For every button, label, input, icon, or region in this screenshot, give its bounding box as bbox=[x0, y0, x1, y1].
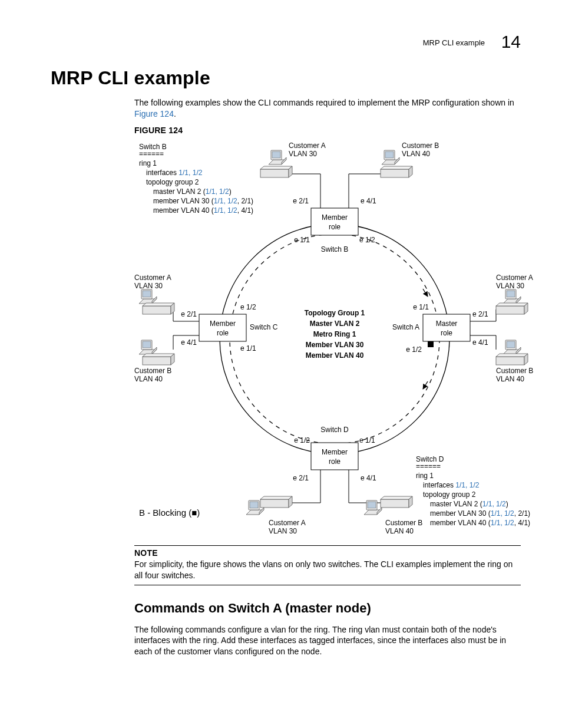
right-switch: Switch A bbox=[392, 323, 419, 331]
computer-icon bbox=[382, 150, 399, 164]
bot-e21: e 2/1 bbox=[293, 474, 309, 482]
center-l2: Master VLAN 2 bbox=[310, 319, 360, 328]
bot-e11: e 1/1 bbox=[359, 436, 375, 444]
left-e11: e 1/1 bbox=[240, 344, 256, 353]
note-block: NOTE For simplicity, the figure shows th… bbox=[134, 545, 521, 585]
cfgD-mv: master VLAN 2 (1/1, 1/2) bbox=[430, 500, 508, 508]
note-label: NOTE bbox=[134, 548, 521, 558]
computer-icon bbox=[269, 150, 286, 164]
bot-custB-a: Customer B bbox=[385, 519, 422, 527]
right-custB-b: VLAN 40 bbox=[496, 375, 524, 383]
cfgB-iface: interfaces 1/1, 1/2 bbox=[146, 169, 203, 177]
intro-paragraph: The following examples show the CLI comm… bbox=[134, 97, 521, 120]
computer-icon bbox=[503, 289, 521, 304]
left-custB-b: VLAN 40 bbox=[134, 375, 163, 383]
subsection-heading: Commands on Switch A (master node) bbox=[134, 601, 521, 616]
left-custB-a: Customer B bbox=[134, 367, 171, 375]
svg-line-5 bbox=[423, 289, 428, 297]
figure-ref-link[interactable]: Figure 124 bbox=[134, 109, 174, 118]
svg-point-3 bbox=[220, 224, 449, 454]
bot-custA-b: VLAN 30 bbox=[269, 527, 297, 535]
right-e11: e 1/1 bbox=[413, 303, 429, 311]
switch-icon bbox=[381, 166, 412, 177]
left-e12: e 1/2 bbox=[240, 303, 256, 311]
top-custA-a: Customer A bbox=[289, 141, 326, 150]
right-e41: e 4/1 bbox=[472, 338, 488, 347]
intro-text-a: The following examples show the CLI comm… bbox=[134, 98, 514, 107]
top-e11: e 1/1 bbox=[294, 236, 310, 244]
right-custA-a: Customer A bbox=[496, 274, 533, 282]
page-title: MRP CLI example bbox=[51, 67, 521, 89]
bot-node2: role bbox=[329, 457, 340, 466]
top-e41: e 4/1 bbox=[361, 197, 376, 205]
cfgD-sep: ====== bbox=[416, 462, 441, 470]
header-section: MRP CLI example bbox=[423, 38, 485, 47]
bot-custA-a: Customer A bbox=[269, 519, 306, 527]
computer-icon bbox=[139, 289, 157, 304]
left-e21: e 2/1 bbox=[181, 310, 197, 318]
switch-icon bbox=[496, 303, 528, 314]
cfgD-topo: topology group 2 bbox=[423, 490, 476, 499]
bot-custB-b: VLAN 40 bbox=[385, 527, 414, 535]
computer-icon bbox=[503, 340, 521, 354]
cfgD-m40: member VLAN 40 (1/1, 1/2, 4/1) bbox=[430, 519, 530, 527]
svg-rect-22 bbox=[311, 443, 358, 470]
left-custA-a: Customer A bbox=[134, 274, 171, 282]
intro-block: The following examples show the CLI comm… bbox=[134, 97, 521, 135]
center-l5: Member VLAN 40 bbox=[306, 351, 364, 360]
intro-text-b: . bbox=[174, 109, 176, 118]
left-custA-b: VLAN 30 bbox=[134, 282, 163, 290]
page: MRP CLI example 14 MRP CLI example The f… bbox=[0, 0, 562, 701]
center-l3: Metro Ring 1 bbox=[313, 330, 356, 338]
switch-icon bbox=[381, 496, 412, 508]
svg-point-4 bbox=[230, 234, 439, 444]
svg-rect-7 bbox=[311, 208, 358, 235]
top-custB-b: VLAN 40 bbox=[402, 150, 430, 158]
top-custA-b: VLAN 30 bbox=[289, 150, 317, 158]
top-switch: Switch B bbox=[321, 245, 349, 253]
svg-rect-17 bbox=[423, 314, 470, 341]
figure-124: Topology Group 1 Master VLAN 2 Metro Rin… bbox=[134, 139, 535, 539]
cfgB-mv: master VLAN 2 (1/1, 1/2) bbox=[153, 187, 232, 196]
right-node1: Master bbox=[436, 319, 458, 328]
top-node2: role bbox=[329, 223, 340, 231]
bot-node1: Member bbox=[322, 448, 348, 456]
note-text: For simplicity, the figure shows the vla… bbox=[134, 559, 521, 581]
right-node2: role bbox=[441, 329, 452, 337]
left-switch: Switch C bbox=[250, 323, 278, 331]
cfgD-m30: member VLAN 30 (1/1, 1/2, 2/1) bbox=[430, 509, 530, 518]
top-custB-a: Customer B bbox=[402, 141, 439, 150]
blocking-marker-icon bbox=[428, 341, 434, 347]
diagram-svg: Topology Group 1 Master VLAN 2 Metro Rin… bbox=[134, 139, 535, 539]
top-e12: e 1/2 bbox=[359, 236, 375, 244]
switch-icon bbox=[143, 354, 174, 365]
running-header: MRP CLI example 14 bbox=[51, 32, 521, 52]
cfgB-topo: topology group 2 bbox=[146, 178, 199, 186]
switch-icon bbox=[260, 166, 292, 177]
svg-rect-12 bbox=[199, 314, 246, 341]
switch-icon bbox=[496, 354, 528, 365]
bot-e12: e 1/2 bbox=[294, 436, 310, 444]
cfgB-sep: ====== bbox=[139, 150, 164, 158]
left-node1: Member bbox=[210, 319, 236, 328]
right-custB-a: Customer B bbox=[496, 367, 533, 375]
switch-icon bbox=[143, 303, 174, 314]
legend-text: B - Blocking (■) bbox=[139, 508, 200, 518]
cfgB-ring: ring 1 bbox=[139, 159, 157, 167]
right-e21: e 2/1 bbox=[472, 310, 488, 318]
chapter-number: 14 bbox=[501, 32, 521, 51]
right-e12: e 1/2 bbox=[406, 345, 422, 354]
bot-switch: Switch D bbox=[320, 426, 349, 434]
top-e21: e 2/1 bbox=[293, 197, 309, 205]
cfgD-ring: ring 1 bbox=[416, 472, 434, 480]
bot-e41: e 4/1 bbox=[361, 474, 376, 482]
right-custA-b: VLAN 30 bbox=[496, 282, 524, 290]
computer-icon bbox=[139, 340, 157, 354]
center-l4: Member VLAN 30 bbox=[306, 341, 364, 349]
cfgB-m30: member VLAN 30 (1/1, 1/2, 2/1) bbox=[153, 197, 253, 205]
body-paragraph: The following commands configure a vlan … bbox=[134, 624, 521, 658]
left-node2: role bbox=[217, 329, 229, 337]
cfgB-m40: member VLAN 40 (1/1, 1/2, 4/1) bbox=[153, 206, 253, 215]
left-e41: e 4/1 bbox=[181, 338, 197, 347]
center-l1: Topology Group 1 bbox=[305, 309, 365, 317]
